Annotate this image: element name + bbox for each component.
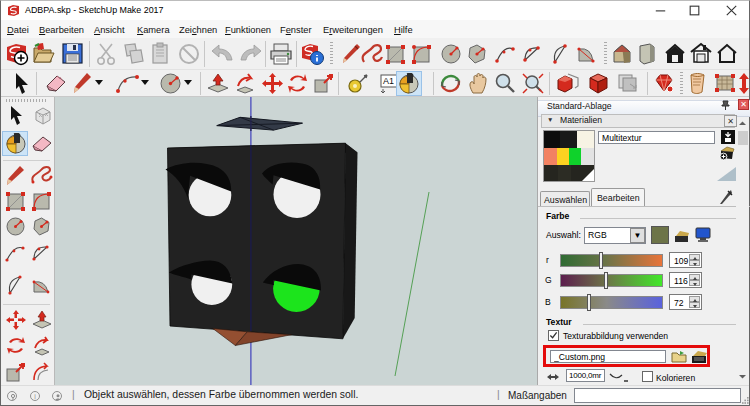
svg-text:A1: A1 <box>383 76 394 86</box>
